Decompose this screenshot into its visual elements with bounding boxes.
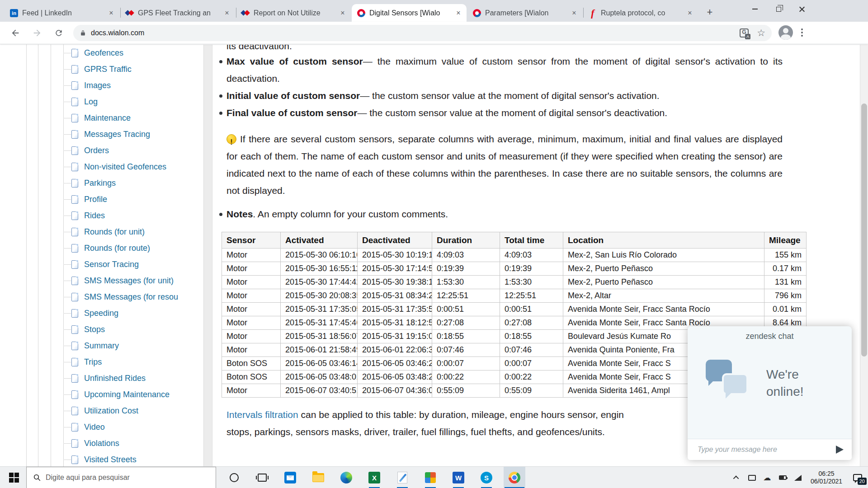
taskbar-app-file-explorer[interactable] [307,467,329,488]
tab-close-icon[interactable]: × [570,9,579,18]
scrollbar-thumb[interactable] [861,103,867,357]
reload-button[interactable] [52,26,66,40]
start-button[interactable] [9,473,19,483]
bookmark-star-icon[interactable]: ☆ [757,28,765,38]
table-link[interactable]: 2015-06-07 04:36:00 [358,384,432,398]
tab-parameters-wialon[interactable]: Parameters [Wialon× [467,4,582,22]
sidebar-item-violations[interactable]: Violations [0,435,203,451]
tray-battery-icon[interactable] [775,467,790,488]
table-link[interactable]: 2015-05-31 17:45:46 [281,316,358,330]
taskbar-search-input[interactable] [46,474,195,482]
tab-digital-sensors-wialo[interactable]: Digital Sensors [Wialo× [352,4,467,22]
sidebar-item-trips[interactable]: Trips [0,354,203,370]
sidebar-item-summary[interactable]: Summary [0,338,203,354]
sidebar-item-orders[interactable]: Orders [0,142,203,159]
sidebar-item-rounds-for-route[interactable]: Rounds (for route) [0,240,203,256]
taskbar-app-excel[interactable] [363,467,385,488]
sidebar-item-unfinished-rides[interactable]: Unfinished Rides [0,370,203,386]
sidebar-item-stops[interactable]: Stops [0,321,203,338]
tray-network-icon[interactable] [790,467,806,488]
table-link[interactable]: 2015-05-30 16:55:11 [281,262,358,276]
taskbar-app-skype[interactable] [476,467,497,488]
taskbar-app-chrome[interactable] [504,467,525,488]
table-link[interactable]: 2015-06-07 03:40:51 [281,384,358,398]
table-link[interactable]: Mex-2, San Luis Río Colorado [563,249,764,262]
tray-tablet-icon[interactable] [744,467,760,488]
page-scrollbar[interactable] [860,45,868,466]
sidebar-item-images[interactable]: Images [0,77,203,94]
table-link[interactable]: Mex-2, Puerto Peñasco [563,262,764,276]
sidebar-item-video[interactable]: Video [0,419,203,435]
table-link[interactable]: 2015-06-05 03:46:14 [281,357,358,371]
sidebar-item-maintenance[interactable]: Maintenance [0,110,203,126]
minimize-button[interactable] [743,0,767,18]
sidebar-item-sensor-tracing[interactable]: Sensor Tracing [0,256,203,272]
sidebar-item-non-visited-geofences[interactable]: Non-visited Geofences [0,159,203,175]
address-bar[interactable]: docs.wialon.com ☆ [73,25,772,41]
maximize-button[interactable] [767,0,790,18]
table-link[interactable]: 2015-05-30 06:10:10 [281,249,358,262]
sidebar-item-gprs-traffic[interactable]: GPRS Traffic [0,61,203,77]
sidebar-item-parkings[interactable]: Parkings [0,175,203,191]
close-button[interactable] [790,0,814,18]
table-link[interactable]: 2015-05-30 19:38:12 [358,276,432,289]
table-link[interactable]: 2015-05-31 17:35:05 [281,303,358,316]
sidebar-item-sms-messages-for-resou[interactable]: SMS Messages (for resou [0,289,203,305]
tab-report-on-not-utilize[interactable]: Report on Not Utilize× [236,4,351,22]
table-link[interactable]: 2015-05-30 10:19:13 [358,249,432,262]
table-link[interactable]: Mex-2, Puerto Peñasco [563,276,764,289]
tab-close-icon[interactable]: × [454,9,463,18]
sidebar-scrollbar[interactable] [203,45,212,466]
action-center-button[interactable]: 20 [847,467,868,488]
taskbar-search[interactable] [26,467,216,488]
taskbar-app-edge[interactable] [335,467,357,488]
taskbar-app-cortana[interactable] [223,467,245,488]
sidebar-item-rounds-for-unit[interactable]: Rounds (for unit) [0,224,203,240]
taskbar-app-photos[interactable] [420,467,441,488]
table-link[interactable]: 2015-05-30 20:08:35 [281,289,358,303]
tab-feed-linkedin[interactable]: Feed | LinkedIn× [5,4,119,22]
table-link[interactable]: 2015-05-31 18:56:07 [281,330,358,343]
taskbar-app-word[interactable] [448,467,469,488]
translate-icon[interactable] [740,28,749,38]
table-link[interactable]: 2015-06-05 03:48:01 [281,371,358,384]
tab-close-icon[interactable]: × [222,9,231,18]
tab-gps-fleet-tracking-an[interactable]: GPS Fleet Tracking an× [120,4,235,22]
sidebar-item-geofences[interactable]: Geofences [0,45,203,61]
tray-cloud-icon[interactable]: ☁ [760,467,775,488]
send-icon[interactable] [836,446,844,454]
sidebar-item-utilization-cost[interactable]: Utilization Cost [0,403,203,419]
sidebar-item-speeding[interactable]: Speeding [0,305,203,321]
tab-close-icon[interactable]: × [338,9,347,18]
sidebar-item-sms-messages-for-unit[interactable]: SMS Messages (for unit) [0,272,203,289]
back-button[interactable] [8,26,23,40]
table-link[interactable]: 2015-05-30 17:44:42 [281,276,358,289]
table-link[interactable]: 2015-06-05 03:46:21 [358,357,432,371]
taskbar-clock[interactable]: 06:25 06/01/2021 [806,470,847,485]
taskbar-app-task-view[interactable] [251,467,273,488]
sidebar-item-visited-streets[interactable]: Visited Streets [0,451,203,466]
table-link[interactable]: 2015-05-31 17:35:56 [358,303,432,316]
forward-button[interactable] [30,26,44,40]
sidebar-item-messages-tracing[interactable]: Messages Tracing [0,126,203,142]
table-link[interactable]: 2015-06-01 21:58:49 [281,343,358,357]
browser-menu-icon[interactable] [801,28,803,30]
tab-close-icon[interactable]: × [685,9,694,18]
table-link[interactable]: 2015-05-31 18:12:54 [358,316,432,330]
tray-chevron-up-icon[interactable] [729,467,744,488]
new-tab-button[interactable]: + [703,6,716,19]
chat-message-input[interactable] [688,446,836,454]
sidebar-item-profile[interactable]: Profile [0,191,203,207]
tab-ruptela-protocol-co[interactable]: Ruptela protocol, co× [583,4,698,22]
sidebar-item-rides[interactable]: Rides [0,207,203,224]
profile-avatar[interactable] [778,25,793,40]
table-link[interactable]: 2015-05-31 08:34:26 [358,289,432,303]
table-link[interactable]: 2015-06-01 22:06:35 [358,343,432,357]
taskbar-app-mail[interactable] [279,467,301,488]
table-link[interactable]: Avenida Monte Seir, Fracc Santa Rocío [563,303,764,316]
table-link[interactable]: 2015-05-30 17:14:50 [358,262,432,276]
table-link[interactable]: 2015-06-05 03:48:23 [358,371,432,384]
tab-close-icon[interactable]: × [107,9,116,18]
sidebar-item-upcoming-maintenance[interactable]: Upcoming Maintenance [0,386,203,403]
sidebar-item-log[interactable]: Log [0,94,203,110]
